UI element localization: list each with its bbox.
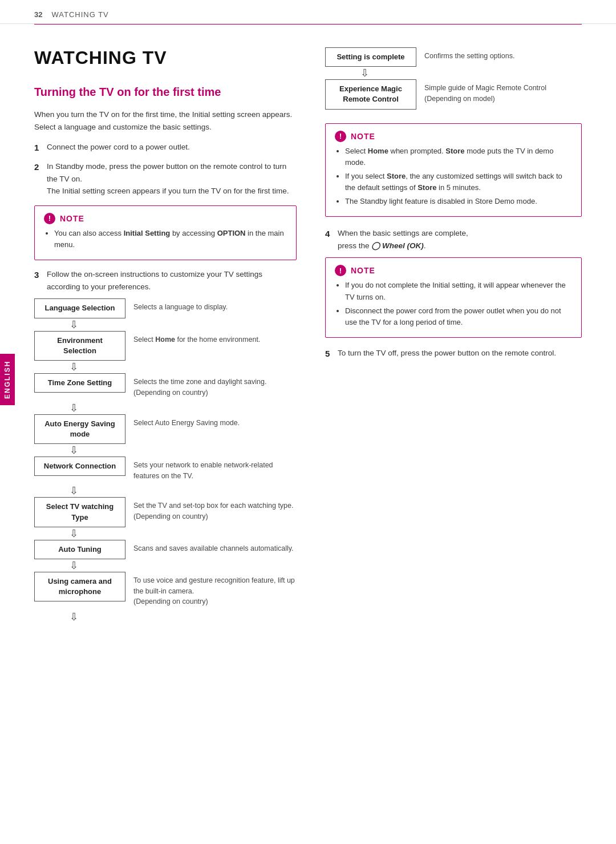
flow-row-energy: Auto Energy Savingmode Select Auto Energ… [34, 414, 297, 444]
flow-box-camera: Using camera andmicrophone [34, 572, 125, 601]
right-column: Setting is complete Confirms the setting… [314, 47, 582, 627]
side-tab-english: ENGLISH [0, 354, 15, 405]
flow-box-timezone: Time Zone Setting [34, 373, 125, 393]
flow-desc-environment: Select Home for the home environment. [125, 331, 297, 349]
flow-desc-camera: To use voice and gesture recognition fea… [125, 572, 297, 611]
flow-box-language: Language Selection [34, 298, 125, 318]
note3-bullet-1: If you do not complete the Initial setti… [345, 280, 572, 302]
flow-arrow-8: ⇩ [70, 611, 78, 623]
step-num-3: 3 [34, 268, 47, 293]
steps-list: 1 Connect the power cord to a power outl… [34, 141, 297, 197]
flow-arrow-right-1: ⇩ [360, 67, 369, 79]
note-box-2: ! NOTE Select Home when prompted. Store … [325, 123, 582, 217]
flow-row-network: Network Connection Sets your network to … [34, 457, 297, 485]
flow-desc-language: Selects a language to display. [125, 298, 297, 316]
page-number: 32 [34, 10, 42, 19]
note2-bullet-1: Select Home when prompted. Store mode pu… [345, 146, 572, 168]
step-text-4: When the basic settings are complete, pr… [338, 227, 582, 252]
left-column: WATCHING TV Turning the TV on for the fi… [34, 47, 314, 627]
flow-arrow-7: ⇩ [70, 559, 78, 572]
note3-bullet-2: Disconnect the power cord from the power… [345, 305, 572, 328]
flow-arrow-5: ⇩ [70, 484, 78, 497]
note2-list: Select Home when prompted. Store mode pu… [335, 146, 572, 208]
note-icon-1: ! [44, 213, 55, 224]
note-label-3: NOTE [351, 266, 375, 275]
flow-desc-timezone: Selects the time zone and daylight savin… [125, 373, 297, 402]
note-icon-3: ! [335, 265, 346, 276]
steps-list-2: 3 Follow the on-screen instructions to c… [34, 268, 297, 293]
step-3: 3 Follow the on-screen instructions to c… [34, 268, 297, 293]
top-bar: 32 WATCHING TV [0, 0, 616, 24]
flow-row-environment: Environment Selection Select Home for th… [34, 331, 297, 361]
note-header-1: ! NOTE [44, 213, 287, 224]
note1-list: You can also access Initial Setting by a… [44, 228, 287, 251]
intro-text: When you turn the TV on for the first ti… [34, 108, 297, 133]
flow-arrow-1: ⇩ [70, 318, 78, 331]
note2-bullet-3: The Standby light feature is disabled in… [345, 196, 572, 207]
steps-list-5: 5 To turn the TV off, press the power bu… [325, 347, 582, 361]
flow-box-energy: Auto Energy Savingmode [34, 414, 125, 444]
step-1: 1 Connect the power cord to a power outl… [34, 141, 297, 155]
note-icon-2: ! [335, 131, 346, 142]
steps-list-4: 4 When the basic settings are complete, … [325, 227, 582, 252]
flow-row-tuning: Auto Tuning Scans and saves available ch… [34, 540, 297, 559]
chapter-title: WATCHING TV [34, 47, 297, 68]
flow-arrow-4: ⇩ [70, 444, 78, 457]
step-text-2: In Standby mode, press the power button … [47, 160, 297, 197]
flow-box-complete: Setting is complete [325, 47, 416, 67]
note-box-3: ! NOTE If you do not complete the Initia… [325, 257, 582, 338]
flow-box-environment: Environment Selection [34, 331, 125, 361]
step-num-4: 4 [325, 227, 338, 252]
note-box-1: ! NOTE You can also access Initial Setti… [34, 205, 297, 260]
note-label-2: NOTE [351, 132, 375, 141]
flow-desc-network: Sets your network to enable network-rela… [125, 457, 297, 485]
step-num-5: 5 [325, 347, 338, 361]
flow-arrow-6: ⇩ [70, 527, 78, 540]
step-num-2: 2 [34, 160, 47, 197]
note2-bullet-2: If you select Store, the any customized … [345, 171, 572, 193]
flow-desc-watching: Set the TV and set-top box for each watc… [125, 497, 297, 526]
flow-box-watching: Select TV watchingType [34, 497, 125, 527]
flow-desc-magic: Simple guide of Magic Remote Control(Dep… [416, 79, 582, 108]
flow-row-timezone: Time Zone Setting Selects the time zone … [34, 373, 297, 402]
main-content: WATCHING TV Turning the TV on for the fi… [0, 25, 616, 649]
flow-row-complete: Setting is complete Confirms the setting… [325, 47, 582, 67]
step-text-3: Follow the on-screen instructions to cus… [47, 268, 297, 293]
flow-row-camera: Using camera andmicrophone To use voice … [34, 572, 297, 611]
note3-list: If you do not complete the Initial setti… [335, 280, 572, 328]
flow-box-network: Network Connection [34, 457, 125, 476]
note-label-1: NOTE [60, 214, 84, 223]
flow-desc-tuning: Scans and saves available channels autom… [125, 540, 297, 558]
page-container: 32 WATCHING TV ENGLISH WATCHING TV Turni… [0, 0, 616, 844]
step-text-5: To turn the TV off, press the power butt… [338, 347, 582, 361]
step-4: 4 When the basic settings are complete, … [325, 227, 582, 252]
step-5: 5 To turn the TV off, press the power bu… [325, 347, 582, 361]
top-bar-title: WATCHING TV [51, 10, 108, 19]
flow-row-language: Language Selection Selects a language to… [34, 298, 297, 318]
flow-box-magic: Experience MagicRemote Control [325, 79, 416, 109]
flow-box-tuning: Auto Tuning [34, 540, 125, 559]
flow-row-watching: Select TV watchingType Set the TV and se… [34, 497, 297, 527]
flow-row-magic: Experience MagicRemote Control Simple gu… [325, 79, 582, 109]
flow-arrow-3: ⇩ [70, 402, 78, 414]
section-heading: Turning the TV on for the first time [34, 84, 297, 99]
step-num-1: 1 [34, 141, 47, 155]
flow-arrow-2: ⇩ [70, 361, 78, 373]
step-text-1: Connect the power cord to a power outlet… [47, 141, 297, 155]
right-flow: Setting is complete Confirms the setting… [325, 47, 582, 110]
note1-bullet-1: You can also access Initial Setting by a… [54, 228, 287, 251]
note-header-2: ! NOTE [335, 131, 572, 142]
note-header-3: ! NOTE [335, 265, 572, 276]
flow-desc-complete: Confirms the setting options. [416, 47, 582, 65]
flow-desc-energy: Select Auto Energy Saving mode. [125, 414, 297, 432]
flow-diagram: Language Selection Selects a language to… [34, 298, 297, 623]
step-2: 2 In Standby mode, press the power butto… [34, 160, 297, 197]
